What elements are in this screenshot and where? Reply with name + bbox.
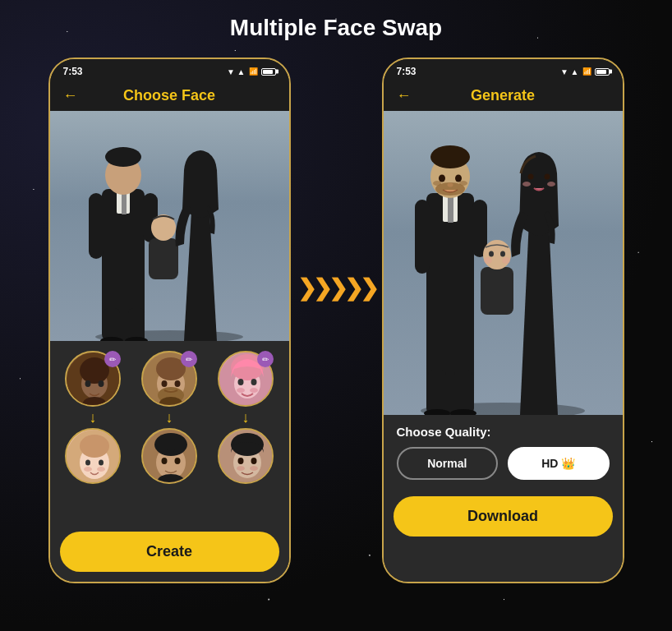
svg-point-83 xyxy=(522,182,531,187)
quality-label: Choose Quality: xyxy=(397,425,610,439)
right-header-title: Generate xyxy=(471,87,535,104)
family-photo-left xyxy=(50,111,289,341)
svg-point-48 xyxy=(250,388,258,393)
arrow-down-3: ↓ xyxy=(242,410,250,425)
time-left: 7:53 xyxy=(63,66,83,77)
svg-point-5 xyxy=(105,147,141,167)
back-button-right[interactable]: ← xyxy=(397,87,412,104)
svg-point-26 xyxy=(84,467,92,472)
face-pair-1: ✏ ↓ xyxy=(65,351,121,484)
target-face-1[interactable] xyxy=(65,428,121,484)
source-face-2-wrap[interactable]: ✏ xyxy=(141,351,197,407)
status-icons-left: ▼ ▲ 📶 xyxy=(227,67,276,76)
main-photo-right xyxy=(384,111,623,415)
svg-point-37 xyxy=(154,433,187,456)
target-face-3[interactable] xyxy=(218,428,274,484)
svg-rect-8 xyxy=(104,308,120,341)
svg-point-23 xyxy=(80,435,109,458)
svg-point-27 xyxy=(97,467,105,472)
svg-point-84 xyxy=(547,182,555,187)
left-phone: 7:53 ▼ ▲ 📶 ← Choose Face xyxy=(48,58,291,583)
svg-point-45 xyxy=(238,379,244,385)
quality-hd-button[interactable]: HD 👑 xyxy=(508,447,610,480)
battery-icon-right xyxy=(595,68,610,76)
baby-face-svg xyxy=(67,430,121,484)
wifi-icon-right: 📶 xyxy=(582,67,591,76)
svg-point-81 xyxy=(528,174,534,180)
target-face-1-wrap[interactable] xyxy=(65,428,121,484)
svg-point-19 xyxy=(99,380,104,387)
edit-badge-2[interactable]: ✏ xyxy=(181,351,197,367)
svg-point-24 xyxy=(85,460,90,466)
svg-point-61 xyxy=(430,145,470,168)
svg-rect-59 xyxy=(448,196,453,223)
svg-point-38 xyxy=(162,458,168,464)
svg-point-82 xyxy=(545,174,550,180)
phones-container: 7:53 ▼ ▲ 📶 ← Choose Face xyxy=(0,58,672,583)
svg-point-65 xyxy=(439,175,445,182)
edit-badge-3[interactable]: ✏ xyxy=(257,351,274,367)
left-phone-body: ✏ ↓ xyxy=(50,111,289,582)
svg-point-77 xyxy=(500,251,505,257)
svg-point-52 xyxy=(238,458,244,464)
source-faces-row: ✏ ↓ xyxy=(57,351,283,484)
face-swap-section: ✏ ↓ xyxy=(50,341,289,525)
signal-icon-left: ▼ ▲ xyxy=(227,67,246,76)
svg-point-66 xyxy=(455,175,462,182)
right-phone-header: ← Generate xyxy=(384,81,623,111)
svg-point-39 xyxy=(175,458,181,464)
target-face-3-wrap[interactable] xyxy=(218,428,274,484)
svg-point-64 xyxy=(459,181,467,186)
svg-rect-3 xyxy=(122,191,127,214)
arrow-down-2: ↓ xyxy=(166,410,173,425)
edit-badge-1[interactable]: ✏ xyxy=(104,351,121,367)
back-button-left[interactable]: ← xyxy=(63,87,78,104)
page-title: Multiple Face Swap xyxy=(0,15,672,41)
quality-normal-button[interactable]: Normal xyxy=(397,447,499,480)
svg-point-53 xyxy=(251,458,257,464)
status-bar-left: 7:53 ▼ ▲ 📶 xyxy=(50,59,289,81)
result-photo-right xyxy=(384,111,623,415)
svg-rect-12 xyxy=(149,238,178,279)
source-face-1-wrap[interactable]: ✏ xyxy=(65,351,121,407)
chevron-arrows-icon: ❯❯❯❯❯ xyxy=(297,274,375,302)
svg-rect-71 xyxy=(454,370,472,415)
right-phone-body: Choose Quality: Normal HD 👑 Download xyxy=(384,111,623,582)
left-header-title: Choose Face xyxy=(123,87,215,104)
face-pair-3: ✏ ↓ xyxy=(218,351,274,484)
svg-point-67 xyxy=(448,183,453,187)
main-photo-left xyxy=(50,111,289,341)
svg-point-63 xyxy=(433,181,441,186)
target-face-2-wrap[interactable] xyxy=(141,428,197,484)
arrows-between: ❯❯❯❯❯ xyxy=(297,274,375,302)
svg-rect-9 xyxy=(128,308,145,341)
asian-man-face-svg xyxy=(143,430,197,484)
quality-section: Choose Quality: Normal HD 👑 xyxy=(384,415,623,493)
svg-rect-74 xyxy=(481,267,513,315)
battery-icon-left xyxy=(261,68,276,76)
target-face-2[interactable] xyxy=(141,428,197,484)
arrow-down-1: ↓ xyxy=(90,410,97,425)
svg-point-78 xyxy=(484,257,492,264)
svg-point-79 xyxy=(502,257,510,264)
svg-point-54 xyxy=(237,466,245,471)
svg-point-32 xyxy=(162,380,168,387)
woman2-face-svg xyxy=(219,430,274,484)
svg-point-55 xyxy=(250,466,258,471)
family-svg-left xyxy=(79,111,260,341)
svg-rect-6 xyxy=(89,193,104,259)
result-family-svg xyxy=(408,111,597,415)
left-phone-header: ← Choose Face xyxy=(50,81,289,111)
download-button[interactable]: Download xyxy=(394,496,613,537)
face-pair-2: ✏ ↓ xyxy=(141,351,197,484)
signal-icon-right: ▼ ▲ xyxy=(560,67,579,76)
create-button[interactable]: Create xyxy=(60,532,279,572)
svg-point-18 xyxy=(85,380,91,387)
svg-point-41 xyxy=(167,449,175,452)
status-icons-right: ▼ ▲ 📶 xyxy=(560,67,610,76)
time-right: 7:53 xyxy=(397,66,417,77)
quality-options: Normal HD 👑 xyxy=(397,447,610,480)
right-phone: 7:53 ▼ ▲ 📶 ← Generate xyxy=(382,58,624,583)
source-face-3-wrap[interactable]: ✏ xyxy=(218,351,274,407)
svg-point-46 xyxy=(251,379,257,385)
